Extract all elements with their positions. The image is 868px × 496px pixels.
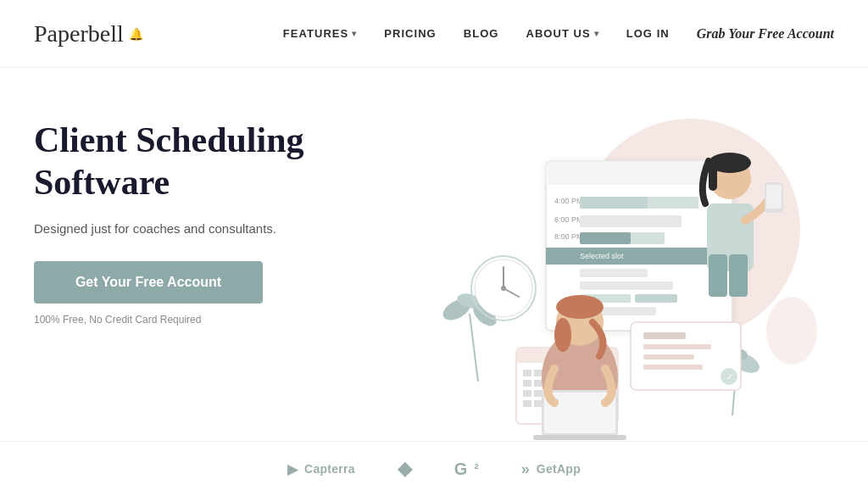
- svg-rect-82: [766, 185, 782, 209]
- chevron-down-icon: ▾: [352, 29, 357, 38]
- capterra-label: Capterra: [304, 462, 355, 476]
- svg-rect-32: [635, 294, 677, 303]
- svg-text:Selected slot: Selected slot: [580, 252, 624, 260]
- g2-logo: G ²: [454, 460, 479, 479]
- svg-rect-57: [534, 390, 542, 397]
- svg-rect-74: [533, 435, 626, 440]
- svg-rect-50: [523, 380, 531, 387]
- hero-subtitle: Designed just for coaches and consultant…: [34, 221, 356, 236]
- svg-rect-62: [523, 400, 531, 407]
- svg-rect-22: [580, 215, 682, 227]
- get-free-account-button[interactable]: Get Your Free Account: [34, 261, 263, 304]
- nav-login[interactable]: LOG IN: [626, 27, 670, 40]
- hero-illustration: 4:00 PM 6:00 PM 8:00 PM 10:00 PM Selecte…: [393, 93, 834, 449]
- nav-about[interactable]: ABOUT US ▾: [526, 27, 598, 40]
- svg-rect-35: [643, 332, 686, 339]
- hero-left: Client Scheduling Software Designed just…: [34, 102, 356, 441]
- svg-rect-20: [580, 197, 648, 209]
- svg-rect-77: [729, 254, 748, 297]
- logo[interactable]: Paperbell🔔: [34, 20, 143, 47]
- svg-rect-76: [709, 254, 727, 297]
- svg-text:6:00 PM: 6:00 PM: [554, 215, 583, 224]
- cta-note: 100% Free, No Credit Card Required: [34, 314, 356, 326]
- logo-bell-icon: 🔔: [129, 27, 143, 41]
- header: Paperbell🔔 FEATURES ▾ PRICING BLOG ABOUT…: [0, 0, 868, 68]
- chevron-down-icon: ▾: [594, 29, 599, 38]
- svg-rect-45: [534, 370, 542, 376]
- nav-grab-account[interactable]: Grab Your Free Account: [697, 26, 834, 42]
- getapp-logo: » GetApp: [521, 460, 581, 478]
- main-content: Client Scheduling Software Designed just…: [0, 68, 868, 458]
- capterra-icon: ▶: [287, 461, 298, 477]
- svg-rect-25: [580, 232, 631, 244]
- svg-rect-36: [643, 344, 711, 349]
- main-nav: FEATURES ▾ PRICING BLOG ABOUT US ▾ LOG I…: [283, 26, 834, 42]
- svg-rect-38: [643, 365, 703, 370]
- diamond-icon: ◆: [398, 458, 412, 480]
- hero-right: 4:00 PM 6:00 PM 8:00 PM 10:00 PM Selecte…: [356, 102, 834, 441]
- svg-rect-56: [523, 390, 531, 397]
- svg-point-14: [501, 286, 506, 291]
- g2-circle: ²: [474, 461, 478, 476]
- diamond-logo: ◆: [398, 458, 412, 480]
- svg-point-71: [554, 318, 571, 352]
- getapp-label: GetApp: [537, 462, 581, 476]
- svg-point-1: [766, 297, 817, 365]
- svg-line-2: [470, 314, 478, 382]
- svg-text:✓: ✓: [726, 372, 733, 382]
- svg-rect-63: [534, 400, 542, 407]
- svg-rect-29: [580, 269, 648, 277]
- nav-features[interactable]: FEATURES ▾: [283, 27, 357, 40]
- svg-rect-37: [643, 354, 694, 359]
- footer-logos: ▶ Capterra ◆ G ² » GetApp: [0, 441, 868, 496]
- svg-rect-30: [580, 281, 673, 290]
- nav-blog[interactable]: BLOG: [464, 27, 499, 40]
- svg-rect-27: [546, 248, 732, 265]
- svg-rect-51: [534, 380, 542, 387]
- svg-point-70: [556, 295, 604, 319]
- svg-rect-44: [523, 370, 531, 376]
- hero-title: Client Scheduling Software: [34, 119, 356, 204]
- nav-pricing[interactable]: PRICING: [384, 27, 436, 40]
- capterra-logo: ▶ Capterra: [287, 461, 355, 477]
- getapp-icon: »: [521, 460, 530, 478]
- logo-text: Paperbell: [34, 20, 124, 47]
- svg-text:4:00 PM: 4:00 PM: [554, 197, 583, 205]
- g2-icon: G: [454, 460, 468, 479]
- svg-text:8:00 PM: 8:00 PM: [554, 232, 583, 241]
